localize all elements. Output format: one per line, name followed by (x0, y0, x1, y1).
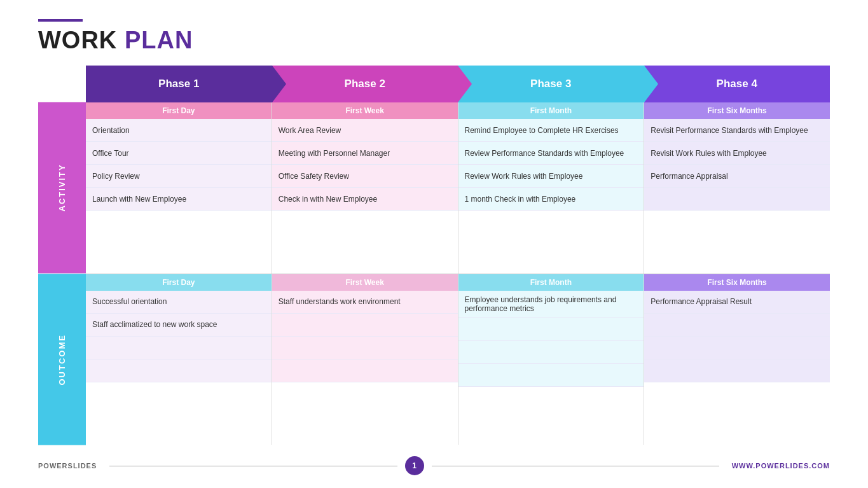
outcome-cell-3-2 (458, 318, 644, 341)
activity-cell-1-3: Policy Review (86, 165, 272, 188)
outcome-cell-2-3 (272, 337, 458, 359)
activity-col4-header: First Six Months (644, 102, 830, 119)
footer-line-right (432, 466, 719, 466)
outcome-col2-header: First Week (272, 274, 458, 291)
outcome-cell-2-2 (272, 314, 458, 337)
work-plan-table: Phase 1 Phase 2 Phase 3 Phase 4 Activity… (38, 66, 830, 445)
activity-cell-3-3: Review Work Rules with Employee (458, 165, 644, 188)
outcome-cell-4-3 (644, 337, 830, 359)
outcome-cell-3-1: Employee understands job requirements an… (458, 291, 644, 318)
activity-cell-4-2: Revisit Work Rules with Employee (644, 142, 830, 165)
outcome-section: Outcome First Day Successful orientation… (38, 274, 830, 445)
outcome-col4-header: First Six Months (644, 274, 830, 291)
activity-col-2: First Week Work Area Review Meeting with… (272, 102, 458, 274)
phase4-arrow: Phase 4 (644, 66, 830, 102)
activity-cell-2-4: Check in with New Employee (272, 188, 458, 211)
activity-cell-3-1: Remind Employee to Complete HR Exercises (458, 119, 644, 142)
phase3-arrow: Phase 3 (458, 66, 644, 102)
title-work: WORK (38, 27, 125, 53)
outcome-cell-1-2: Staff acclimatized to new work space (86, 314, 272, 337)
activity-cell-2-3: Office Safety Review (272, 165, 458, 188)
activity-col-3: First Month Remind Employee to Complete … (458, 102, 645, 274)
page: WORK PLAN Phase 1 Phase 2 Phase 3 Phase … (0, 0, 868, 488)
outcome-cell-2-4 (272, 359, 458, 382)
activity-cell-3-4: 1 month Check in with Employee (458, 188, 644, 211)
activity-cell-1-4: Launch with New Employee (86, 188, 272, 211)
outcome-cell-3-3 (458, 341, 644, 364)
phase-header-row: Phase 1 Phase 2 Phase 3 Phase 4 (86, 66, 830, 102)
activity-col3-header: First Month (458, 102, 644, 119)
outcome-label: Outcome (38, 274, 86, 445)
activity-col-1: First Day Orientation Office Tour Policy… (86, 102, 272, 274)
activity-cell-4-1: Revisit Performance Standards with Emplo… (644, 119, 830, 142)
footer-brand-left: POWERSLIDES (38, 462, 97, 470)
phase1-arrow: Phase 1 (86, 66, 272, 102)
phase3-label: Phase 3 (530, 78, 571, 90)
outcome-cell-3-4 (458, 364, 644, 387)
activity-label: Activity (38, 102, 86, 274)
outcome-cell-1-3 (86, 337, 272, 359)
phase2-label: Phase 2 (345, 78, 385, 90)
activity-col2-header: First Week (272, 102, 458, 119)
outcome-cell-4-4 (644, 359, 830, 382)
activity-cell-1-2: Office Tour (86, 142, 272, 165)
activity-col1-header: First Day (86, 102, 272, 119)
footer-page-badge: 1 (405, 456, 424, 475)
outcome-col1-header: First Day (86, 274, 272, 291)
phase2-arrow: Phase 2 (272, 66, 458, 102)
activity-cell-2-1: Work Area Review (272, 119, 458, 142)
outcome-cell-4-2 (644, 314, 830, 337)
outcome-cell-1-4 (86, 359, 272, 382)
activity-cell-1-1: Orientation (86, 119, 272, 142)
phase1-label: Phase 1 (158, 78, 199, 90)
activity-grid: First Day Orientation Office Tour Policy… (86, 102, 830, 274)
activity-col-4: First Six Months Revisit Performance Sta… (644, 102, 830, 274)
outcome-cell-1-1: Successful orientation (86, 291, 272, 314)
footer-center: 1 (109, 456, 719, 475)
outcome-col-1: First Day Successful orientation Staff a… (86, 274, 272, 445)
footer-line-left (109, 466, 397, 466)
activity-cell-4-4 (644, 188, 830, 211)
activity-cell-4-3: Performance Appraisal (644, 165, 830, 188)
phase4-label: Phase 4 (717, 78, 757, 90)
header: WORK PLAN (38, 19, 830, 54)
outcome-col3-header: First Month (458, 274, 644, 291)
title-plan: PLAN (125, 27, 193, 53)
header-accent-line (38, 19, 83, 22)
outcome-grid: First Day Successful orientation Staff a… (86, 274, 830, 445)
outcome-cell-2-1: Staff understands work environment (272, 291, 458, 314)
footer: POWERSLIDES 1 WWW.POWERLIDES.COM (38, 450, 830, 475)
outcome-col-2: First Week Staff understands work enviro… (272, 274, 458, 445)
page-title: WORK PLAN (38, 27, 830, 54)
activity-cell-2-2: Meeting with Personnel Manager (272, 142, 458, 165)
activity-cell-3-2: Review Performance Standards with Employ… (458, 142, 644, 165)
outcome-cell-4-1: Performance Appraisal Result (644, 291, 830, 314)
outcome-col-3: First Month Employee understands job req… (458, 274, 645, 445)
footer-brand-right: WWW.POWERLIDES.COM (732, 462, 830, 470)
activity-section: Activity First Day Orientation Office To… (38, 102, 830, 274)
outcome-col-4: First Six Months Performance Appraisal R… (644, 274, 830, 445)
